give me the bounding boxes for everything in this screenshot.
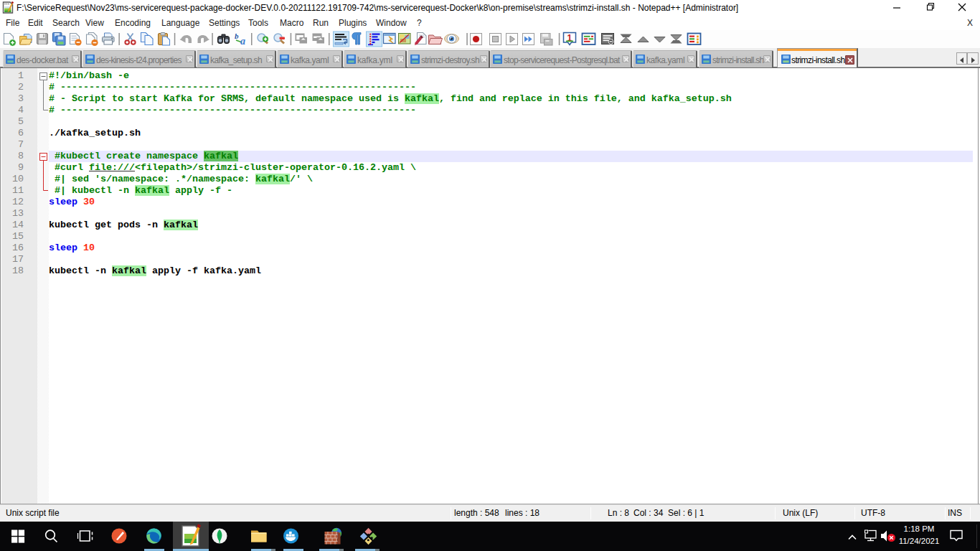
svg-text:a: a (240, 36, 245, 47)
svg-text:b: b (235, 32, 239, 40)
